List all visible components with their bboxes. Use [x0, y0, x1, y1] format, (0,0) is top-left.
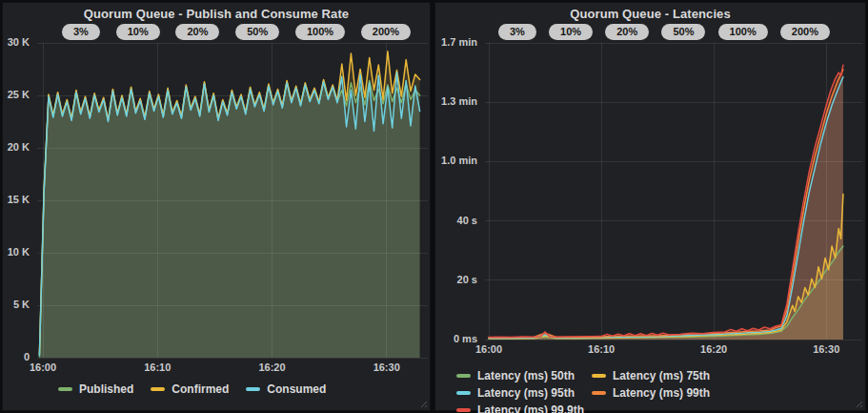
y-tick-label: 30 K — [8, 36, 30, 48]
legend-label: Latency (ms) 75th — [613, 369, 710, 382]
y-tick-label: 1.7 min — [441, 36, 477, 48]
y-tick-label: 1.0 min — [441, 155, 477, 166]
annotation-badge[interactable]: 50% — [235, 24, 279, 40]
legend-item[interactable]: Latency (ms) 75th — [592, 369, 710, 382]
series-line — [489, 77, 843, 339]
y-tick-label: 0 ms — [454, 333, 477, 344]
legend-label: Consumed — [267, 382, 326, 396]
series-area — [39, 72, 419, 358]
annotation-badge[interactable]: 100% — [718, 24, 768, 40]
x-tick-label: 16:30 — [373, 361, 400, 373]
y-tick-label: 10 K — [8, 246, 30, 258]
legend-item[interactable]: Latency (ms) 99th — [592, 386, 710, 400]
annotation-badges-row: 3%10%20%50%100%200% — [62, 24, 411, 40]
legend-item[interactable]: Confirmed — [151, 382, 229, 396]
chart-canvas[interactable] — [37, 43, 428, 361]
annotation-badge[interactable]: 20% — [175, 24, 219, 40]
chart-legend: Latency (ms) 50thLatency (ms) 75thLatenc… — [456, 369, 859, 413]
legend-swatch-icon — [456, 408, 471, 412]
legend-label: Latency (ms) 50th — [477, 369, 575, 382]
y-tick-label: 1.3 min — [441, 95, 477, 107]
legend-label: Latency (ms) 99.9th — [477, 403, 584, 413]
annotation-badge[interactable]: 200% — [780, 24, 830, 40]
panel-resize-handle[interactable] — [418, 399, 427, 407]
annotation-badge[interactable]: 200% — [361, 24, 411, 40]
legend-swatch-icon — [246, 387, 260, 391]
legend-swatch-icon — [592, 374, 606, 378]
legend-item[interactable]: Published — [58, 382, 133, 396]
x-axis: 16:0016:1016:2016:30 — [37, 361, 428, 375]
chart-canvas[interactable] — [485, 43, 862, 342]
legend-swatch-icon — [456, 391, 471, 395]
panel-publish-consume-rate: Quorum Queue - Publish and Consume Rate … — [2, 2, 431, 411]
legend-item[interactable]: Latency (ms) 95th — [456, 386, 575, 400]
x-tick-label: 16:00 — [475, 343, 502, 355]
x-axis: 16:0016:1016:2016:30 — [485, 343, 862, 357]
panel-title[interactable]: Quorum Queue - Latencies — [435, 7, 865, 21]
legend-label: Latency (ms) 95th — [477, 386, 575, 400]
x-tick-label: 16:10 — [588, 343, 615, 355]
x-tick-label: 16:00 — [30, 361, 56, 373]
legend-label: Confirmed — [172, 382, 229, 396]
annotation-badge[interactable]: 3% — [62, 24, 100, 40]
panel-title[interactable]: Quorum Queue - Publish and Consume Rate — [3, 7, 430, 21]
y-tick-label: 5 K — [13, 299, 30, 310]
y-tick-label: 20 K — [8, 141, 30, 153]
annotation-badge[interactable]: 10% — [549, 24, 593, 40]
chart-legend: PublishedConfirmedConsumed — [58, 382, 422, 396]
annotation-badge[interactable]: 50% — [661, 24, 705, 40]
legend-label: Latency (ms) 99th — [613, 386, 710, 400]
legend-item[interactable]: Latency (ms) 50th — [456, 369, 575, 382]
legend-label: Published — [79, 382, 133, 396]
annotation-badges-row: 3%10%20%50%100%200% — [498, 24, 830, 40]
legend-item[interactable]: Latency (ms) 99.9th — [456, 403, 584, 413]
y-tick-label: 25 K — [8, 89, 30, 100]
legend-swatch-icon — [58, 387, 72, 391]
annotation-badge[interactable]: 3% — [498, 24, 536, 40]
annotation-badge[interactable]: 10% — [116, 24, 160, 40]
x-tick-label: 16:20 — [700, 343, 727, 355]
y-tick-label: 20 s — [457, 274, 477, 285]
legend-swatch-icon — [592, 391, 606, 395]
y-tick-label: 15 K — [8, 194, 30, 205]
legend-item[interactable]: Consumed — [246, 382, 326, 396]
panel-latencies: Quorum Queue - Latencies 3%10%20%50%100%… — [434, 2, 866, 411]
y-tick-label: 40 s — [457, 215, 477, 226]
x-tick-label: 16:20 — [258, 361, 285, 373]
annotation-badge[interactable]: 100% — [295, 24, 345, 40]
legend-swatch-icon — [151, 387, 165, 391]
annotation-badge[interactable]: 20% — [605, 24, 649, 40]
legend-swatch-icon — [456, 374, 471, 378]
x-tick-label: 16:10 — [144, 361, 171, 373]
x-tick-label: 16:30 — [813, 343, 839, 355]
